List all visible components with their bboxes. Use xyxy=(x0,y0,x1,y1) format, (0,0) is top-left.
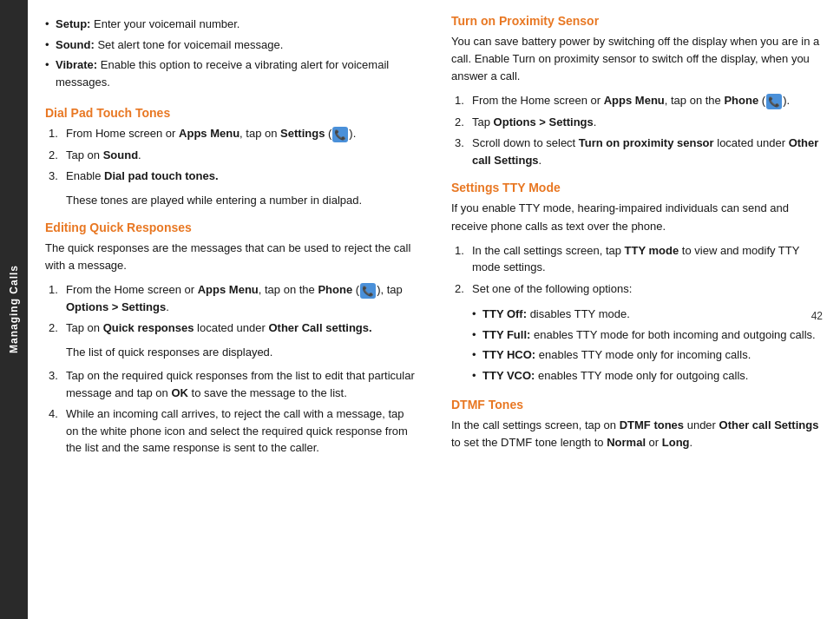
dialpad-step-2: Tap on Sound. xyxy=(45,147,417,164)
section-heading-dtmf: DTMF Tones xyxy=(451,398,823,412)
dialpad-note: These tones are played while entering a … xyxy=(66,192,417,209)
proximity-intro: You can save battery power by switching … xyxy=(451,33,823,85)
phone-icon-1 xyxy=(360,283,376,299)
quickresponses-intro: The quick responses are the messages tha… xyxy=(45,240,417,274)
tty-intro: If you enable TTY mode, hearing-impaired… xyxy=(451,200,823,234)
bullet-setup: Setup: Enter your voicemail number. xyxy=(45,14,417,35)
intro-bullets: Setup: Enter your voicemail number. Soun… xyxy=(45,14,417,92)
section-heading-quickresponses: Editing Quick Responses xyxy=(45,221,417,234)
quickresponses-steps: From the Home screen or Apps Menu, tap o… xyxy=(45,281,417,337)
tty-steps: In the call settings screen, tap TTY mod… xyxy=(451,242,823,298)
qr-step-2: Tap on Quick responses located under Oth… xyxy=(45,319,417,337)
phone-icon-2 xyxy=(766,94,782,109)
dialpad-step-1: From Home screen or Apps Menu, tap on Se… xyxy=(45,125,417,142)
sidebar-label: Managing Calls xyxy=(8,265,20,353)
page-number: 42 xyxy=(811,310,823,322)
right-column: Turn on Proximity Sensor You can save ba… xyxy=(443,14,823,605)
bullet-sound: Sound: Set alert tone for voicemail mess… xyxy=(45,35,417,56)
qr-step-1: From the Home screen or Apps Menu, tap o… xyxy=(45,281,417,315)
section-heading-tty: Settings TTY Mode xyxy=(451,181,823,194)
dtmf-intro: In the call settings screen, tap on DTMF… xyxy=(451,417,823,451)
bullet-vibrate: Vibrate: Enable this option to receive a… xyxy=(45,55,417,92)
qr-step-4: While an incoming call arrives, to rejec… xyxy=(45,405,417,457)
tty-full: TTY Full: enables TTY mode for both inco… xyxy=(472,325,823,346)
tty-step-1: In the call settings screen, tap TTY mod… xyxy=(451,242,823,276)
prox-step-2: Tap Options > Settings. xyxy=(451,114,823,131)
prox-step-1: From the Home screen or Apps Menu, tap o… xyxy=(451,92,823,109)
qr-step-3: Tap on the required quick responses from… xyxy=(45,367,417,401)
tty-hco: TTY HCO: enables TTY mode only for incom… xyxy=(472,345,823,365)
qr-note: The list of quick responses are displaye… xyxy=(66,344,417,361)
sidebar: Managing Calls xyxy=(0,0,28,619)
tty-sub-bullets: TTY Off: disables TTY mode. TTY Full: en… xyxy=(472,304,823,385)
tty-vco: TTY VCO: enables TTY mode only for outgo… xyxy=(472,365,823,386)
section-heading-dialpad: Dial Pad Touch Tones xyxy=(45,106,417,120)
dialpad-step-3: Enable Dial pad touch tones. xyxy=(45,168,417,185)
tty-step-2: Set one of the following options: xyxy=(451,280,823,298)
section-heading-proximity: Turn on Proximity Sensor xyxy=(451,14,823,28)
dialpad-steps: From Home screen or Apps Menu, tap on Se… xyxy=(45,125,417,185)
tty-off: TTY Off: disables TTY mode. xyxy=(472,304,823,325)
proximity-steps: From the Home screen or Apps Menu, tap o… xyxy=(451,92,823,168)
prox-step-3: Scroll down to select Turn on proximity … xyxy=(451,135,823,168)
main-content: Setup: Enter your voicemail number. Soun… xyxy=(28,0,840,619)
quickresponses-steps-cont: Tap on the required quick responses from… xyxy=(45,367,417,457)
settings-icon xyxy=(332,127,348,142)
left-column: Setup: Enter your voicemail number. Soun… xyxy=(45,14,425,605)
